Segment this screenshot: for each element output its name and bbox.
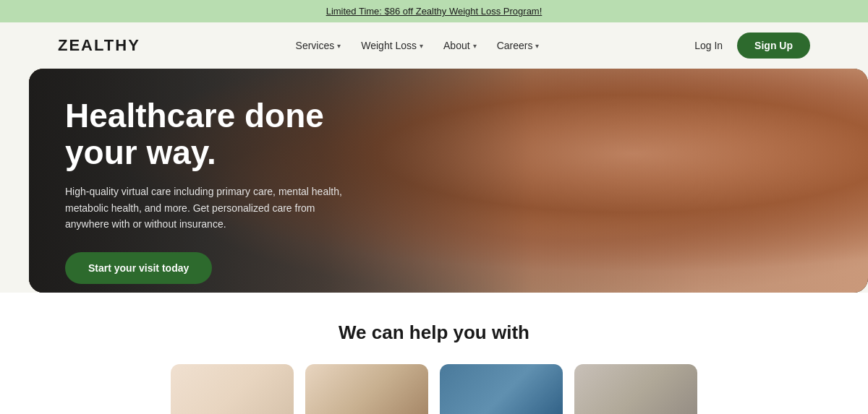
login-link[interactable]: Log In (694, 40, 723, 51)
hero-subtitle: High-quality virtual care including prim… (65, 184, 347, 232)
nav-services[interactable]: Services ▾ (296, 40, 341, 51)
nav-links: Services ▾ Weight Loss ▾ About ▾ Careers… (296, 40, 540, 51)
nav-careers[interactable]: Careers ▾ (497, 40, 540, 51)
promo-link[interactable]: Limited Time: $86 off Zealthy Weight Los… (326, 6, 542, 17)
navbar: ZEALTHY Services ▾ Weight Loss ▾ About ▾… (0, 22, 868, 69)
help-card-relationships[interactable] (574, 364, 697, 414)
chevron-down-icon: ▾ (420, 42, 423, 50)
nav-actions: Log In Sign Up (694, 33, 810, 59)
hero-title: Healthcare done your way. (65, 98, 398, 171)
site-logo[interactable]: ZEALTHY (58, 36, 140, 55)
nav-about[interactable]: About ▾ (443, 40, 477, 51)
promo-banner: Limited Time: $86 off Zealthy Weight Los… (0, 0, 868, 22)
help-card-mental-health[interactable] (440, 364, 563, 414)
help-card-sexual-health[interactable] (305, 364, 428, 414)
hero-content: Healthcare done your way. High-quality v… (29, 69, 434, 293)
nav-weight-loss[interactable]: Weight Loss ▾ (361, 40, 423, 51)
hero-section: Healthcare done your way. High-quality v… (29, 69, 868, 293)
help-cards-container (58, 364, 810, 414)
chevron-down-icon: ▾ (473, 42, 477, 50)
hero-cta-button[interactable]: Start your visit today (65, 252, 212, 284)
chevron-down-icon: ▾ (535, 42, 539, 50)
signup-button[interactable]: Sign Up (737, 33, 810, 59)
help-section: We can help you with (0, 293, 868, 414)
section-title: We can help you with (58, 322, 810, 344)
chevron-down-icon: ▾ (337, 42, 341, 50)
help-card-weight[interactable] (171, 364, 294, 414)
